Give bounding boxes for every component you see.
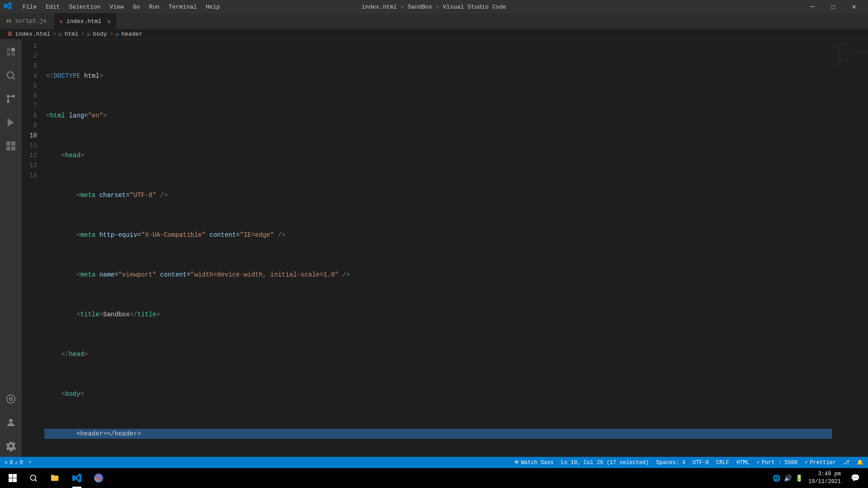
menu-file[interactable]: File	[19, 3, 40, 11]
ln-4: 4	[22, 71, 37, 81]
minimize-button[interactable]: —	[802, 0, 823, 14]
statusbar-errors[interactable]: ✕ 0 ⚠ 0	[5, 459, 23, 466]
activity-extensions[interactable]	[0, 135, 22, 157]
statusbar-position[interactable]: Ln 10, Col 26 (17 selected)	[561, 460, 649, 466]
menu-selection[interactable]: Selection	[65, 3, 104, 11]
ln-5: 5	[22, 81, 37, 91]
warning-icon: ⚠	[14, 459, 18, 466]
ln-6: 6	[22, 91, 37, 101]
menu-go[interactable]: Go	[129, 3, 144, 11]
titlebar-left: File Edit Selection View Go Run Terminal…	[4, 2, 224, 12]
activity-run-debug[interactable]	[0, 112, 22, 133]
statusbar-port[interactable]: ✓ Port : 5500	[757, 459, 797, 466]
breadcrumb-body[interactable]: body	[93, 31, 107, 38]
tabbar: JS script.js ⊙ index.html ✕	[0, 14, 868, 29]
statusbar-branch[interactable]: ⎇	[843, 459, 849, 466]
taskbar-search[interactable]	[24, 468, 43, 488]
activity-settings[interactable]	[0, 435, 22, 457]
statusbar-notification[interactable]: 🔔	[857, 459, 863, 466]
svg-point-17	[9, 398, 12, 400]
breadcrumb-html[interactable]: html	[65, 31, 79, 38]
breadcrumb: 🗎 index.html > ▷ html > ▷ body > ▷ heade…	[0, 29, 868, 39]
taskbar-right: 🌐 🔊 🔋 3:49 pm 19/11/2021 💬	[773, 468, 864, 488]
statusbar-left: ✕ 0 ⚠ 0 ⚡	[5, 459, 32, 466]
menu-view[interactable]: View	[106, 3, 127, 11]
titlebar-menu: File Edit Selection View Go Run Terminal…	[19, 3, 224, 11]
statusbar: ✕ 0 ⚠ 0 ⚡ 👁 Watch Sass Ln 10, Col 26 (17…	[0, 457, 868, 468]
ln-10: 10	[22, 131, 37, 141]
svg-rect-22	[13, 479, 17, 483]
taskbar-notification-button[interactable]: 💬	[846, 468, 864, 488]
html-file-icon: ⊙	[60, 19, 63, 24]
taskbar-start-button[interactable]	[4, 469, 22, 487]
code-line-9: <body>	[44, 389, 832, 399]
minimap-content: <!DOCTYPE html> <html lang="en"> <head> …	[832, 39, 868, 70]
statusbar-encoding[interactable]: UTF-8	[693, 460, 709, 466]
menu-terminal[interactable]: Terminal	[165, 3, 200, 11]
breadcrumb-html-icon: 🗎	[7, 31, 13, 38]
statusbar-prettier[interactable]: ✓ Prettier	[805, 459, 836, 466]
taskbar-clock[interactable]: 3:49 pm 19/11/2021	[808, 470, 841, 486]
branch-icon: ⎇	[843, 459, 849, 466]
activity-source-control[interactable]	[0, 88, 22, 110]
taskbar-network-icon[interactable]: 🌐	[773, 474, 780, 482]
ln-8: 8	[22, 111, 37, 121]
taskbar-time: 3:49 pm	[808, 470, 841, 478]
activity-account[interactable]	[0, 412, 22, 433]
svg-rect-12	[6, 141, 10, 145]
code-container: 1 2 3 4 5 6 7 8 9 10 11 12 13 14 <!DOCTY…	[22, 39, 868, 457]
editor-area[interactable]: 1 2 3 4 5 6 7 8 9 10 11 12 13 14 <!DOCTY…	[22, 39, 868, 457]
menu-edit[interactable]: Edit	[42, 3, 63, 11]
svg-line-24	[35, 480, 37, 482]
close-button[interactable]: ✕	[844, 0, 864, 14]
breadcrumb-index-html[interactable]: index.html	[15, 31, 50, 38]
tab-close-button[interactable]: ✕	[107, 18, 111, 25]
breadcrumb-html-element-icon: ▷	[59, 31, 63, 38]
breadcrumb-sep-2: >	[81, 31, 85, 38]
svg-rect-1	[11, 48, 15, 52]
ln-13: 13	[22, 160, 37, 170]
breadcrumb-header[interactable]: header	[121, 31, 142, 38]
spaces-label: Spaces: 4	[656, 460, 685, 466]
breadcrumb-sep-3: >	[110, 31, 113, 38]
ln-2: 2	[22, 51, 37, 61]
code-editor[interactable]: <!DOCTYPE html> <html lang="en"> <head> …	[44, 39, 832, 457]
menu-help[interactable]: Help	[202, 3, 223, 11]
tab-script-js[interactable]: JS script.js	[0, 13, 54, 29]
watch-sass-icon: 👁	[514, 459, 519, 466]
js-file-icon: JS	[5, 19, 11, 24]
code-line-6: <meta name="viewport" content="width=dev…	[44, 270, 832, 280]
statusbar-spaces[interactable]: Spaces: 4	[656, 460, 685, 466]
taskbar-battery-icon[interactable]: 🔋	[795, 474, 803, 482]
vscode-logo-icon	[4, 2, 12, 12]
tab-index-html[interactable]: ⊙ index.html ✕	[54, 13, 117, 29]
prettier-label: Prettier	[810, 460, 836, 466]
taskbar-vscode[interactable]	[67, 468, 87, 488]
ln-9: 9	[22, 121, 37, 131]
maximize-button[interactable]: ☐	[823, 0, 844, 14]
warning-count: 0	[20, 460, 23, 466]
statusbar-line-ending[interactable]: CRLF	[716, 460, 729, 466]
statusbar-lightning[interactable]: ⚡	[28, 459, 32, 466]
taskbar-file-explorer[interactable]	[45, 468, 65, 488]
activity-explorer[interactable]	[0, 41, 22, 63]
statusbar-language[interactable]: HTML	[736, 460, 750, 466]
activity-search[interactable]	[0, 65, 22, 86]
prettier-icon: ✓	[805, 459, 808, 466]
breadcrumb-header-icon: ▷	[116, 31, 120, 38]
menu-run[interactable]: Run	[145, 3, 163, 11]
ln-14: 14	[22, 170, 37, 180]
line-numbers: 1 2 3 4 5 6 7 8 9 10 11 12 13 14	[22, 39, 44, 457]
taskbar-chrome[interactable]	[89, 468, 108, 488]
port-label: Port : 5500	[762, 460, 797, 466]
code-line-2: <html lang="en">	[44, 111, 832, 121]
minimap: <!DOCTYPE html> <html lang="en"> <head> …	[832, 39, 868, 457]
statusbar-watch-sass[interactable]: 👁 Watch Sass	[514, 459, 554, 466]
main-area: 1 2 3 4 5 6 7 8 9 10 11 12 13 14 <!DOCTY…	[0, 39, 868, 457]
error-count: 0	[9, 460, 13, 466]
watch-sass-label: Watch Sass	[521, 460, 554, 466]
taskbar-volume-icon[interactable]: 🔊	[784, 474, 792, 482]
svg-rect-15	[11, 146, 15, 150]
svg-point-23	[30, 475, 36, 480]
activity-remote-explorer[interactable]	[0, 388, 22, 410]
